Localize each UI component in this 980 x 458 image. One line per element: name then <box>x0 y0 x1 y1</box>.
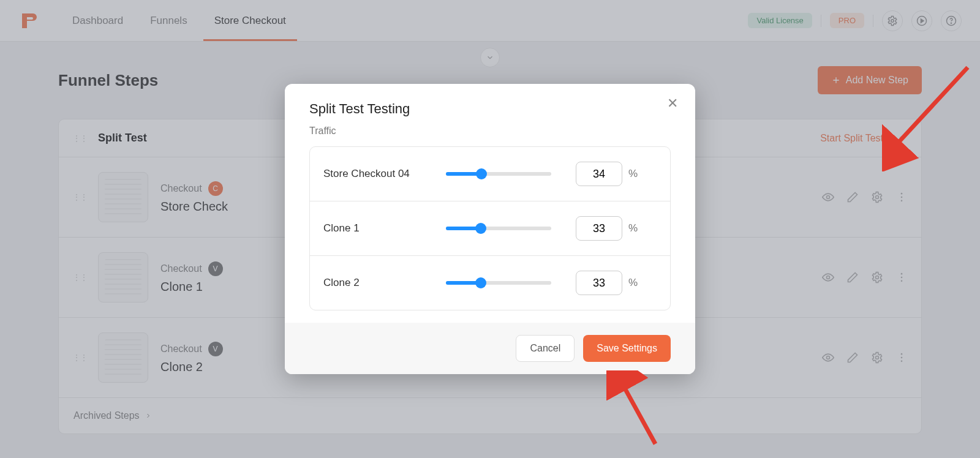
close-icon[interactable]: ✕ <box>663 95 682 112</box>
modal-subtitle: Traffic <box>309 126 671 137</box>
traffic-slider[interactable] <box>446 227 551 230</box>
variant-label: Store Checkout 04 <box>323 168 446 180</box>
save-settings-button[interactable]: Save Settings <box>583 335 671 362</box>
traffic-input[interactable] <box>576 271 622 295</box>
modal-footer: Cancel Save Settings <box>285 323 695 374</box>
percent-sign: % <box>628 277 638 289</box>
traffic-slider[interactable] <box>446 172 551 176</box>
cancel-button[interactable]: Cancel <box>516 335 575 362</box>
traffic-row: Clone 2 % <box>310 256 670 310</box>
modal-title: Split Test Testing <box>309 101 671 117</box>
percent-sign: % <box>628 168 638 180</box>
traffic-input[interactable] <box>576 162 622 186</box>
traffic-input[interactable] <box>576 216 622 241</box>
traffic-slider[interactable] <box>446 281 551 285</box>
traffic-row: Clone 1 % <box>310 201 670 256</box>
split-test-modal: ✕ Split Test Testing Traffic Store Check… <box>285 84 695 374</box>
traffic-row: Store Checkout 04 % <box>310 147 670 201</box>
variant-label: Clone 2 <box>323 277 446 289</box>
percent-sign: % <box>628 222 638 235</box>
variant-label: Clone 1 <box>323 222 446 235</box>
traffic-box: Store Checkout 04 % Clone 1 % Clone 2 % <box>309 146 671 310</box>
